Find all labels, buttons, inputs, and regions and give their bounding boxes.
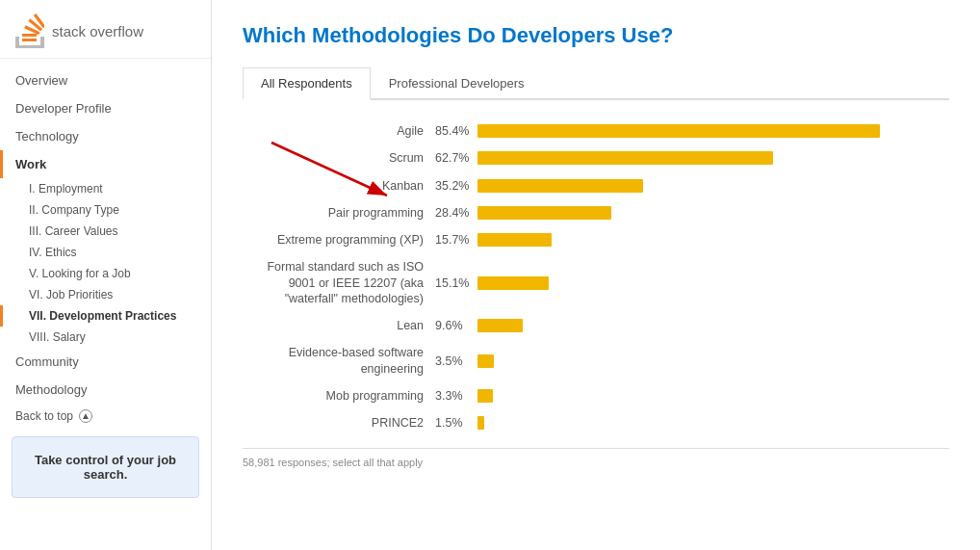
bar-row: Mob programming3.3% [243, 388, 949, 404]
bar-container [477, 354, 949, 368]
bar-container [477, 416, 949, 430]
sidebar-item-overview[interactable]: Overview [0, 66, 211, 94]
bar-value: 28.4% [435, 206, 477, 220]
bar-row: PRINCE21.5% [243, 415, 949, 431]
circle-up-icon: ▲ [79, 409, 92, 423]
job-search-box[interactable]: Take control of your job search. [12, 436, 199, 498]
sidebar-nav: Overview Developer Profile Technology Wo… [0, 66, 211, 404]
bar-value: 35.2% [435, 179, 477, 193]
bar-label: PRINCE2 [243, 415, 435, 431]
bar-label: Kanban [243, 178, 435, 194]
bar-container [477, 206, 949, 220]
sidebar-item-looking-for-job[interactable]: V. Looking for a Job [0, 263, 211, 284]
bar-row: Kanban35.2% [243, 178, 949, 194]
bar-label: Scrum [243, 150, 435, 166]
tabs-container: All Respondents Professional Developers [243, 67, 949, 100]
bar-value: 9.6% [435, 319, 477, 332]
bar-label: Mob programming [243, 388, 435, 404]
bar-label: Agile [243, 123, 435, 139]
bar-fill [477, 151, 773, 165]
sidebar-item-methodology[interactable]: Methodology [0, 376, 211, 404]
bar-value: 15.1% [435, 276, 477, 290]
bar-container [477, 276, 949, 290]
bar-fill [477, 179, 643, 193]
bar-label: Extreme programming (XP) [243, 232, 435, 248]
bar-container [477, 124, 949, 138]
bar-row: Agile85.4% [243, 123, 949, 139]
sidebar-item-ethics[interactable]: IV. Ethics [0, 242, 211, 263]
bar-value: 3.3% [435, 389, 477, 403]
bar-row: Extreme programming (XP)15.7% [243, 232, 949, 248]
bar-fill [477, 416, 484, 430]
bar-value: 15.7% [435, 233, 477, 247]
tab-professional-developers[interactable]: Professional Developers [371, 67, 543, 100]
bar-fill [477, 389, 493, 403]
sidebar-item-developer-profile[interactable]: Developer Profile [0, 94, 211, 122]
bar-fill [477, 319, 523, 332]
sidebar-item-job-priorities[interactable]: VI. Job Priorities [0, 284, 211, 305]
bar-fill [477, 124, 880, 138]
bar-fill [477, 276, 549, 290]
bar-fill [477, 354, 494, 368]
bar-row: Lean9.6% [243, 318, 949, 333]
bar-fill [477, 233, 552, 247]
stackoverflow-logo-icon [15, 13, 44, 48]
bar-container [477, 179, 949, 193]
logo-area: stack overflow [0, 0, 211, 59]
bar-row: Evidence-based software engineering3.5% [243, 345, 949, 377]
bar-container [477, 319, 949, 332]
sidebar-item-technology[interactable]: Technology [0, 122, 211, 150]
bar-value: 3.5% [435, 354, 477, 368]
bar-label: Pair programming [243, 205, 435, 221]
sidebar-item-company-type[interactable]: II. Company Type [0, 199, 211, 221]
bars-container: Agile85.4%Scrum62.7%Kanban35.2%Pair prog… [243, 123, 949, 431]
tab-all-respondents[interactable]: All Respondents [243, 67, 371, 100]
sidebar-item-salary[interactable]: VIII. Salary [0, 327, 211, 348]
page-title: Which Methodologies Do Developers Use? [243, 23, 949, 48]
sidebar-item-community[interactable]: Community [0, 348, 211, 376]
bar-label: Formal standard such as ISO 9001 or IEEE… [243, 259, 435, 306]
bar-label: Evidence-based software engineering [243, 345, 435, 377]
bar-value: 1.5% [435, 416, 477, 430]
sidebar-item-dev-practices[interactable]: VII. Development Practices [0, 305, 211, 327]
sidebar-item-work[interactable]: Work [0, 150, 211, 178]
footnote: 58,981 responses; select all that apply [243, 448, 949, 468]
sidebar-item-employment[interactable]: I. Employment [0, 178, 211, 199]
back-to-top-link[interactable]: Back to top ▲ [0, 404, 211, 429]
bar-fill [477, 206, 611, 220]
chart-area: Agile85.4%Scrum62.7%Kanban35.2%Pair prog… [243, 123, 949, 468]
logo-text: stack overflow [52, 23, 143, 39]
bar-row: Scrum62.7% [243, 150, 949, 166]
sidebar-item-career-values[interactable]: III. Career Values [0, 221, 211, 242]
bar-container [477, 233, 949, 247]
bar-value: 85.4% [435, 124, 477, 138]
bar-container [477, 389, 949, 403]
bar-container [477, 151, 949, 165]
bar-value: 62.7% [435, 151, 477, 165]
bar-label: Lean [243, 318, 435, 333]
bar-row: Pair programming28.4% [243, 205, 949, 221]
bar-row: Formal standard such as ISO 9001 or IEEE… [243, 259, 949, 306]
